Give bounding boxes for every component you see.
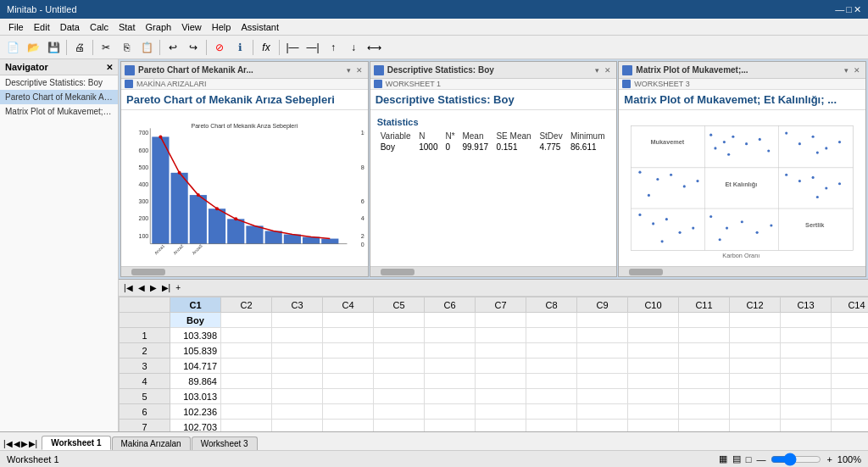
- col-header-c4[interactable]: C4: [323, 297, 374, 313]
- statusbar-view-icon3[interactable]: □: [746, 454, 752, 464]
- cell-empty[interactable]: [577, 420, 628, 432]
- col-header-c12[interactable]: C12: [730, 297, 781, 313]
- tool4[interactable]: ↓: [344, 38, 363, 57]
- col5-name[interactable]: [374, 313, 425, 328]
- cell-empty[interactable]: [221, 343, 272, 359]
- matrix-window-controls[interactable]: ▾ ✕: [843, 66, 862, 75]
- cell-empty[interactable]: [781, 420, 832, 432]
- cell-empty[interactable]: [526, 404, 577, 420]
- cell-c1-3[interactable]: 104.717: [170, 359, 221, 374]
- col-header-c10[interactable]: C10: [628, 297, 679, 313]
- cell-empty[interactable]: [476, 328, 526, 343]
- cell-empty[interactable]: [577, 359, 628, 374]
- cell-empty[interactable]: [730, 359, 781, 374]
- cell-empty[interactable]: [679, 374, 730, 389]
- cell-empty[interactable]: [425, 420, 476, 432]
- cell-empty[interactable]: [628, 359, 679, 374]
- pareto-window-controls[interactable]: ▾ ✕: [345, 66, 364, 75]
- col-header-c13[interactable]: C13: [781, 297, 832, 313]
- cell-empty[interactable]: [832, 359, 869, 374]
- cell-empty[interactable]: [577, 343, 628, 359]
- cell-empty[interactable]: [323, 328, 374, 343]
- cell-empty[interactable]: [425, 404, 476, 420]
- col-header-c9[interactable]: C9: [577, 297, 628, 313]
- cell-empty[interactable]: [577, 374, 628, 389]
- cell-empty[interactable]: [526, 343, 577, 359]
- menu-help[interactable]: Help: [207, 22, 236, 32]
- cell-empty[interactable]: [832, 343, 869, 359]
- cell-empty[interactable]: [476, 404, 526, 420]
- tab-nav-last[interactable]: ▶|: [29, 439, 38, 448]
- descriptive-close-icon[interactable]: ✕: [603, 66, 613, 75]
- cell-empty[interactable]: [526, 374, 577, 389]
- cell-empty[interactable]: [679, 389, 730, 404]
- undo-button[interactable]: ↩: [164, 38, 182, 57]
- menu-graph[interactable]: Graph: [141, 22, 177, 32]
- redo-button[interactable]: ↪: [184, 38, 203, 57]
- cell-empty[interactable]: [628, 389, 679, 404]
- info-button[interactable]: ℹ: [231, 38, 249, 57]
- cell-c1-2[interactable]: 105.839: [170, 343, 221, 359]
- cell-empty[interactable]: [832, 404, 869, 420]
- cell-empty[interactable]: [374, 420, 425, 432]
- cell-empty[interactable]: [577, 404, 628, 420]
- cell-empty[interactable]: [577, 328, 628, 343]
- close-button[interactable]: ✕: [854, 4, 861, 15]
- navigator-collapse-icon[interactable]: ✕: [106, 63, 113, 72]
- cell-empty[interactable]: [272, 359, 323, 374]
- col8-name[interactable]: [526, 313, 577, 328]
- cell-empty[interactable]: [374, 343, 425, 359]
- descriptive-dropdown-icon[interactable]: ▾: [593, 66, 601, 75]
- matrix-dropdown-icon[interactable]: ▾: [843, 66, 850, 75]
- col-header-c11[interactable]: C11: [679, 297, 730, 313]
- matrix-hscroll-thumb[interactable]: [629, 269, 663, 275]
- cell-empty[interactable]: [374, 404, 425, 420]
- paste-button[interactable]: 📋: [137, 38, 156, 57]
- tool1[interactable]: |—: [283, 38, 302, 57]
- sheet-nav[interactable]: |◀ ◀ ▶ ▶| +: [122, 283, 182, 292]
- cell-empty[interactable]: [476, 420, 526, 432]
- cell-empty[interactable]: [832, 420, 869, 432]
- cell-empty[interactable]: [323, 404, 374, 420]
- col7-name[interactable]: [476, 313, 526, 328]
- col-header-c7[interactable]: C7: [476, 297, 526, 313]
- cut-button[interactable]: ✂: [97, 38, 115, 57]
- cell-empty[interactable]: [730, 374, 781, 389]
- cell-empty[interactable]: [425, 328, 476, 343]
- cell-empty[interactable]: [628, 343, 679, 359]
- cell-empty[interactable]: [476, 374, 526, 389]
- cell-empty[interactable]: [832, 374, 869, 389]
- pareto-dropdown-icon[interactable]: ▾: [345, 66, 353, 75]
- cell-empty[interactable]: [374, 359, 425, 374]
- cell-empty[interactable]: [374, 374, 425, 389]
- cell-empty[interactable]: [526, 359, 577, 374]
- col-header-c2[interactable]: C2: [221, 297, 272, 313]
- nav-item-descriptive[interactable]: Descriptive Statistics: Boy: [0, 75, 118, 90]
- tab-nav-first[interactable]: |◀: [3, 439, 13, 448]
- col4-name[interactable]: [323, 313, 374, 328]
- menu-view[interactable]: View: [176, 22, 207, 32]
- menu-stat[interactable]: Stat: [114, 22, 141, 32]
- cell-c1-6[interactable]: 102.236: [170, 404, 221, 420]
- col-header-c3[interactable]: C3: [272, 297, 323, 313]
- cell-empty[interactable]: [272, 343, 323, 359]
- cell-empty[interactable]: [272, 374, 323, 389]
- tab-makina[interactable]: Makina Arızalan: [112, 436, 191, 450]
- cell-empty[interactable]: [272, 328, 323, 343]
- col1-name-cell[interactable]: Boy: [170, 313, 221, 328]
- cell-empty[interactable]: [425, 359, 476, 374]
- menu-data[interactable]: Data: [55, 22, 85, 32]
- cell-empty[interactable]: [476, 389, 526, 404]
- print-button[interactable]: 🖨: [70, 38, 89, 57]
- cell-empty[interactable]: [679, 359, 730, 374]
- cell-empty[interactable]: [221, 404, 272, 420]
- col14-name[interactable]: [832, 313, 869, 328]
- minimize-button[interactable]: —: [835, 4, 844, 15]
- pareto-hscroll[interactable]: [121, 266, 368, 276]
- tab-nav-prev[interactable]: ◀: [14, 439, 20, 448]
- cell-empty[interactable]: [628, 374, 679, 389]
- nav-item-matrix[interactable]: Matrix Plot of Mukavemet; Et Kalı...: [0, 104, 118, 119]
- formula-button[interactable]: fx: [257, 38, 275, 57]
- sheet-nav-add[interactable]: +: [174, 283, 182, 292]
- cell-empty[interactable]: [272, 420, 323, 432]
